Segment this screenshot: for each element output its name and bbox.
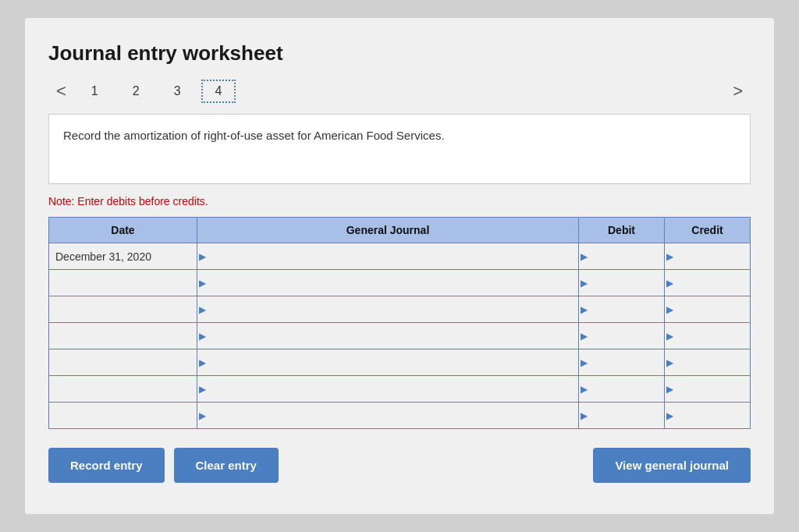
- row5-credit-input[interactable]: [665, 349, 750, 375]
- note-text: Note: Enter debits before credits.: [48, 195, 751, 207]
- row4-credit-input[interactable]: [665, 323, 750, 349]
- row6-debit-input[interactable]: [579, 376, 664, 402]
- row1-credit-input[interactable]: [665, 243, 750, 269]
- row4-credit[interactable]: ▶: [665, 323, 751, 349]
- row4-journal[interactable]: ▶: [197, 323, 579, 349]
- row5-date: [49, 349, 197, 376]
- arrow-icon: ▶: [199, 410, 206, 421]
- table-row: ▶ ▶ ▶: [49, 270, 751, 296]
- arrow-icon: ▶: [199, 384, 206, 395]
- row2-credit[interactable]: ▶: [665, 270, 751, 296]
- table-row: ▶ ▶ ▶: [49, 376, 751, 403]
- row5-debit-input[interactable]: [579, 349, 664, 375]
- row7-journal[interactable]: ▶: [197, 403, 579, 429]
- row4-date: [49, 323, 197, 349]
- row3-credit-input[interactable]: [665, 296, 750, 322]
- arrow-icon: ▶: [666, 410, 673, 421]
- row3-journal[interactable]: ▶: [197, 296, 579, 323]
- row1-debit-input[interactable]: [579, 243, 664, 269]
- arrow-icon: ▶: [199, 357, 206, 368]
- row7-debit-input[interactable]: [579, 403, 664, 428]
- row5-credit[interactable]: ▶: [665, 349, 751, 376]
- row1-credit[interactable]: ▶: [665, 243, 751, 270]
- row1-debit[interactable]: ▶: [579, 243, 665, 270]
- row6-journal-input[interactable]: [197, 376, 578, 402]
- page-title: Journal entry worksheet: [48, 41, 751, 66]
- row1-date: December 31, 2020: [49, 243, 197, 270]
- row3-debit[interactable]: ▶: [579, 296, 665, 323]
- row6-journal[interactable]: ▶: [197, 376, 579, 403]
- table-row: ▶ ▶ ▶: [49, 349, 751, 376]
- row4-journal-input[interactable]: [197, 323, 578, 349]
- arrow-icon: ▶: [666, 357, 673, 368]
- row6-credit-input[interactable]: [665, 376, 750, 402]
- table-row: December 31, 2020 ▶ ▶ ▶: [49, 243, 751, 270]
- arrow-icon: ▶: [666, 384, 673, 395]
- row5-debit[interactable]: ▶: [579, 349, 665, 376]
- row7-credit[interactable]: ▶: [665, 403, 751, 429]
- instruction-box: Record the amortization of right-of-use …: [48, 114, 751, 184]
- col-header-credit: Credit: [665, 218, 751, 243]
- arrow-icon: ▶: [199, 278, 206, 289]
- prev-tab-button[interactable]: <: [48, 83, 74, 100]
- table-row: ▶ ▶ ▶: [49, 403, 751, 429]
- row7-journal-input[interactable]: [197, 403, 578, 428]
- arrow-icon: ▶: [581, 304, 588, 315]
- clear-entry-button[interactable]: Clear entry: [174, 448, 279, 483]
- row7-credit-input[interactable]: [665, 403, 750, 428]
- row3-journal-input[interactable]: [197, 296, 578, 322]
- row2-debit[interactable]: ▶: [579, 270, 665, 296]
- tabs-row: < 1 2 3 4 >: [48, 80, 751, 103]
- row3-credit[interactable]: ▶: [665, 296, 751, 323]
- arrow-icon: ▶: [581, 384, 588, 395]
- buttons-row: Record entry Clear entry View general jo…: [48, 448, 751, 483]
- col-header-debit: Debit: [579, 218, 665, 243]
- row6-date: [49, 376, 197, 403]
- row4-debit[interactable]: ▶: [579, 323, 665, 349]
- tab-4[interactable]: 4: [201, 80, 236, 103]
- tab-3[interactable]: 3: [160, 80, 195, 103]
- tab-1[interactable]: 1: [77, 80, 112, 103]
- tab-2[interactable]: 2: [119, 80, 154, 103]
- row5-journal[interactable]: ▶: [197, 349, 579, 376]
- row7-debit[interactable]: ▶: [579, 403, 665, 429]
- row1-journal[interactable]: ▶: [197, 243, 579, 270]
- arrow-icon: ▶: [199, 251, 206, 262]
- col-header-journal: General Journal: [197, 218, 579, 243]
- arrow-icon: ▶: [666, 251, 673, 262]
- arrow-icon: ▶: [581, 410, 588, 421]
- arrow-icon: ▶: [199, 304, 206, 315]
- instruction-text: Record the amortization of right-of-use …: [63, 129, 445, 142]
- row6-credit[interactable]: ▶: [665, 376, 751, 403]
- next-tab-button[interactable]: >: [725, 83, 751, 100]
- view-general-journal-button[interactable]: View general journal: [593, 448, 751, 483]
- row2-date: [49, 270, 197, 296]
- arrow-icon: ▶: [199, 331, 206, 342]
- arrow-icon: ▶: [666, 278, 673, 289]
- record-entry-button[interactable]: Record entry: [48, 448, 165, 483]
- arrow-icon: ▶: [666, 331, 673, 342]
- row1-journal-input[interactable]: [197, 243, 578, 269]
- row2-journal-input[interactable]: [197, 270, 578, 296]
- arrow-icon: ▶: [581, 278, 588, 289]
- row5-journal-input[interactable]: [197, 349, 578, 375]
- row4-debit-input[interactable]: [579, 323, 664, 349]
- row2-debit-input[interactable]: [579, 270, 664, 296]
- table-row: ▶ ▶ ▶: [49, 323, 751, 349]
- row7-date: [49, 403, 197, 429]
- main-container: Journal entry worksheet < 1 2 3 4 > Reco…: [25, 18, 774, 514]
- row2-credit-input[interactable]: [665, 270, 750, 296]
- journal-table: Date General Journal Debit Credit Decemb…: [48, 217, 751, 429]
- row3-debit-input[interactable]: [579, 296, 664, 322]
- row3-date: [49, 296, 197, 323]
- arrow-icon: ▶: [581, 357, 588, 368]
- table-row: ▶ ▶ ▶: [49, 296, 751, 323]
- row2-journal[interactable]: ▶: [197, 270, 579, 296]
- arrow-icon: ▶: [581, 251, 588, 262]
- row6-debit[interactable]: ▶: [579, 376, 665, 403]
- arrow-icon: ▶: [581, 331, 588, 342]
- col-header-date: Date: [49, 218, 197, 243]
- arrow-icon: ▶: [666, 304, 673, 315]
